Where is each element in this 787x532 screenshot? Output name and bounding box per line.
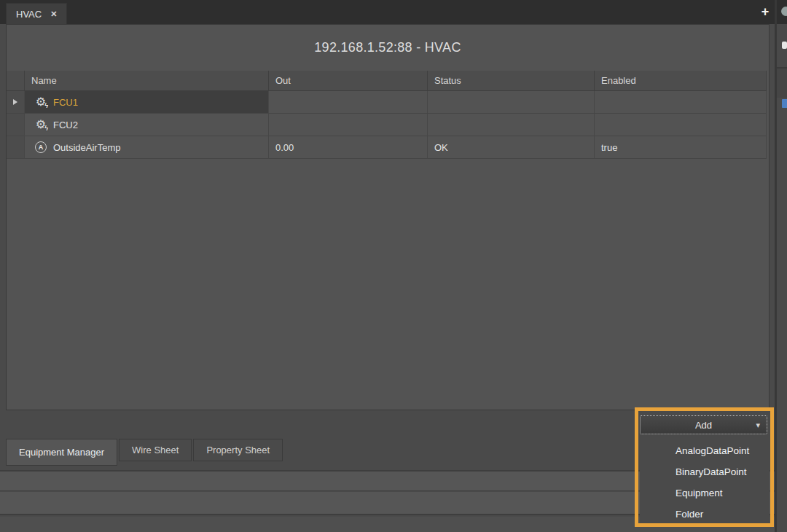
table-row[interactable]: A OutsideAirTemp 0.00 OK true [7,136,769,159]
new-tab-button[interactable]: + [758,3,772,20]
menu-item-folder[interactable]: Folder [640,504,770,525]
row-name-label: FCU2 [53,120,78,130]
column-header-out[interactable]: Out [269,71,428,91]
clipped-file-icon [782,42,787,49]
enabled-cell[interactable] [595,114,767,136]
row-name-label: OutsideAirTemp [53,142,120,153]
tab-hvac-label: HVAC [16,9,42,20]
enabled-cell[interactable] [595,91,767,114]
equipment-manager-panel: 192.168.1.52:88 - HVAC Name Out Status E… [6,24,770,410]
status-cell[interactable] [428,114,595,136]
menu-item-equipment[interactable]: Equipment [640,482,770,504]
row-filler [767,91,773,114]
header-filler [767,71,773,91]
enabled-cell[interactable]: true [595,136,767,159]
equipment-icon: ⚙ ϟ [34,118,47,131]
page-title: 192.168.1.52:88 - HVAC [7,25,769,70]
right-panel-header [777,0,787,24]
row-filler [767,136,773,159]
column-header-name[interactable]: Name [25,71,269,91]
name-cell[interactable]: ⚙ ϟ FCU1 [25,91,269,114]
tab-property-sheet[interactable]: Property Sheet [193,439,283,461]
column-header-enabled[interactable]: Enabled [595,71,767,91]
selected-row-marker-icon [13,99,17,105]
out-cell[interactable] [269,114,428,136]
header-gutter [7,71,25,91]
column-header-status[interactable]: Status [428,71,595,91]
document-tab-bar: HVAC ✕ + [0,0,787,24]
menu-item-binarydatapoint[interactable]: BinaryDataPoint [640,461,770,482]
clipped-circle-icon [781,7,787,16]
name-cell[interactable]: ⚙ ϟ FCU2 [25,114,269,136]
out-cell[interactable]: 0.00 [269,136,428,159]
out-cell[interactable] [269,91,428,114]
tab-hvac[interactable]: HVAC ✕ [6,3,67,24]
row-gutter [7,91,25,114]
equipment-table: Name Out Status Enabled ⚙ ϟ FCU1 ⚙ [7,71,769,410]
row-gutter [7,136,25,159]
table-row[interactable]: ⚙ ϟ FCU1 [7,91,769,114]
analog-point-icon: A [34,141,47,154]
add-dropdown-menu: AnalogDataPointBinaryDataPointEquipmentF… [640,437,770,526]
tab-equipment-manager[interactable]: Equipment Manager [6,439,117,466]
lightning-bolt-icon: ϟ [44,125,48,132]
add-button-label: Add [695,420,712,431]
right-panel-section [777,69,787,98]
row-filler [767,114,773,136]
table-row[interactable]: ⚙ ϟ FCU2 [7,114,769,136]
menu-item-analogdatapoint[interactable]: AnalogDataPoint [640,440,770,461]
right-panel-sliver [775,0,787,532]
status-cell[interactable] [428,91,595,114]
right-panel-section [777,24,787,69]
row-gutter [7,114,25,136]
row-name-label: FCU1 [53,97,78,108]
clipped-blue-icon [782,99,787,108]
status-cell[interactable]: OK [428,136,595,159]
table-header-row: Name Out Status Enabled [7,71,769,91]
name-cell[interactable]: A OutsideAirTemp [25,136,269,159]
add-button[interactable]: Add ▾ [640,415,767,434]
table-body: ⚙ ϟ FCU1 ⚙ ϟ FCU2 A [7,91,769,159]
lightning-bolt-icon: ϟ [44,103,48,109]
close-tab-icon[interactable]: ✕ [50,9,57,19]
view-tab-bar: Equipment Manager Wire Sheet Property Sh… [6,439,283,468]
equipment-icon: ⚙ ϟ [34,95,47,109]
chevron-down-icon: ▾ [756,420,760,430]
tab-wire-sheet[interactable]: Wire Sheet [119,439,192,461]
